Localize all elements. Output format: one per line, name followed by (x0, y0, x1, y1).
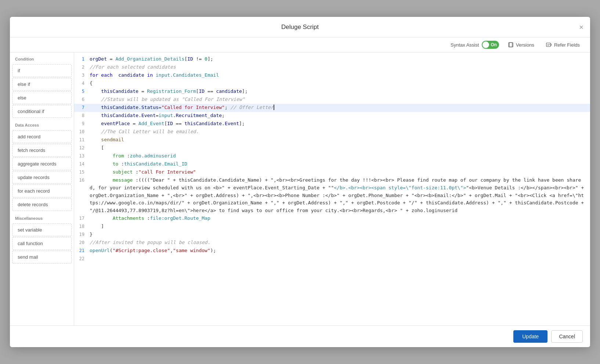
versions-icon (508, 42, 514, 48)
code-line-21: 21 openUrl("#Script:page.close","same wi… (74, 247, 590, 255)
code-line-8: 8 thisCandidate.Event=input.Recruitment_… (74, 112, 590, 120)
code-line-1: 1 orgDet = Add_Organization_Details[ID !… (74, 55, 590, 63)
syntax-assist-control: Syntax Assist On (451, 41, 499, 49)
code-line-9: 9 eventPlace = Add_Event[ID == thisCandi… (74, 120, 590, 128)
sidebar-section-data-access: Data Access add record fetch records agg… (10, 119, 74, 211)
code-line-11: 11 sendmail (74, 136, 590, 144)
code-line-6: 6 //Status will be updated as "Called Fo… (74, 96, 590, 104)
sidebar-item-delete-records[interactable]: delete records (12, 198, 72, 211)
code-line-13: 13 from :zoho.adminuserid (74, 152, 590, 160)
toggle-circle (482, 41, 489, 48)
close-button[interactable]: × (579, 23, 583, 31)
modal-footer: Update Cancel (10, 325, 590, 347)
versions-label: Versions (516, 42, 534, 48)
modal-header: Deluge Script × (10, 17, 590, 37)
code-editor[interactable]: 1 orgDet = Add_Organization_Details[ID !… (74, 52, 590, 325)
sidebar-item-fetch-records[interactable]: fetch records (12, 144, 72, 157)
modal-overlay: Deluge Script × Syntax Assist On Version… (0, 0, 600, 364)
code-line-4: 4 { (74, 80, 590, 88)
sidebar-item-else-if[interactable]: else if (12, 78, 72, 91)
sidebar-item-set-variable[interactable]: set variable (12, 223, 72, 236)
section-title-miscellaneous: Miscellaneous (10, 212, 74, 223)
update-button[interactable]: Update (513, 330, 547, 343)
code-line-2: 2 //For each selected candidates (74, 63, 590, 72)
code-line-7: 7 thisCandidate.Status="Called for Inter… (74, 104, 590, 112)
code-line-12: 12 [ (74, 144, 590, 152)
code-line-17: 17 Attachments :file:orgDet.Route_Map (74, 215, 590, 223)
refer-fields-icon (546, 42, 552, 48)
sidebar-item-add-record[interactable]: add record (12, 130, 72, 143)
sidebar-item-for-each-record[interactable]: for each record (12, 185, 72, 197)
sidebar-section-miscellaneous: Miscellaneous set variable call function… (10, 212, 74, 263)
code-line-19: 19 } (74, 231, 590, 239)
code-line-14: 14 to :thisCandidate.Email_ID (74, 160, 590, 168)
code-line-3: 3 for each candidate in input.Candidates… (74, 72, 590, 80)
refer-fields-label: Refer Fields (554, 42, 580, 48)
sidebar-item-update-records[interactable]: update records (12, 171, 72, 184)
cancel-button[interactable]: Cancel (551, 330, 583, 343)
sidebar-item-send-mail[interactable]: send mail (12, 251, 72, 263)
code-line-5: 5 thisCandidate = Registration_Form[ID =… (74, 88, 590, 96)
code-line-18: 18 ] (74, 223, 590, 231)
svg-rect-2 (546, 43, 550, 47)
modal-toolbar: Syntax Assist On Versions (10, 37, 590, 52)
sidebar-section-condition: Condition if else if else conditional if (10, 52, 74, 118)
code-line-22: 22 (74, 255, 590, 263)
code-line-10: 10 //The Call Letter will be emailed. (74, 128, 590, 136)
editor-area[interactable]: 1 orgDet = Add_Organization_Details[ID !… (74, 52, 590, 325)
deluge-script-modal: Deluge Script × Syntax Assist On Version… (10, 17, 590, 347)
syntax-assist-label: Syntax Assist (451, 42, 479, 48)
sidebar-item-if[interactable]: if (12, 64, 72, 77)
refer-fields-button[interactable]: Refer Fields (543, 40, 583, 49)
versions-button[interactable]: Versions (505, 40, 537, 49)
sidebar-item-aggregate-records[interactable]: aggregate records (12, 157, 72, 170)
section-title-condition: Condition (10, 52, 74, 63)
modal-body: Condition if else if else conditional if… (10, 52, 590, 325)
section-title-data-access: Data Access (10, 119, 74, 130)
sidebar-item-else[interactable]: else (12, 91, 72, 104)
code-line-15: 15 subject :"call For Interview" (74, 168, 590, 176)
sidebar: Condition if else if else conditional if… (10, 52, 74, 325)
syntax-assist-toggle[interactable]: On (482, 41, 499, 49)
code-line-16: 16 message :(((("Dear " + thisCandidate.… (74, 176, 590, 215)
sidebar-item-conditional-if[interactable]: conditional if (12, 105, 72, 118)
modal-title: Deluge Script (281, 23, 319, 31)
sidebar-item-call-function[interactable]: call function (12, 237, 72, 250)
code-line-20: 20 //After invited the popup will be clo… (74, 239, 590, 247)
toggle-label: On (491, 42, 497, 47)
